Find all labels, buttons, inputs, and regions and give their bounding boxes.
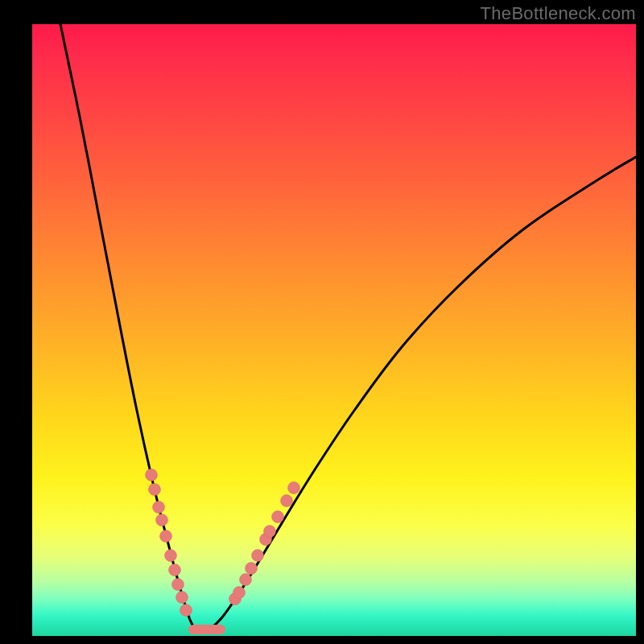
marker-dot: [246, 563, 258, 575]
marker-dot: [233, 587, 246, 599]
marker-dot: [240, 574, 252, 586]
marker-dot: [176, 592, 188, 604]
marker-dot: [169, 564, 181, 576]
bottleneck-curve: [60, 24, 636, 633]
marker-dot: [180, 605, 192, 617]
marker-dot: [149, 484, 161, 496]
watermark-text: TheBottleneck.com: [481, 3, 636, 24]
plot-area: [32, 24, 636, 636]
marker-dot: [153, 502, 165, 514]
marker-dot: [264, 526, 276, 538]
curve-svg: [32, 24, 636, 636]
marker-dot: [288, 482, 300, 494]
marker-dot: [272, 511, 284, 523]
marker-dot: [146, 469, 158, 481]
marker-dot: [172, 579, 184, 591]
chart-stage: TheBottleneck.com: [0, 0, 644, 644]
marker-dot: [160, 530, 172, 543]
marker-dot: [252, 550, 264, 562]
marker-dot: [165, 550, 177, 562]
marker-dots-right: [229, 482, 300, 605]
marker-dot: [156, 514, 168, 526]
marker-dot: [281, 495, 293, 507]
